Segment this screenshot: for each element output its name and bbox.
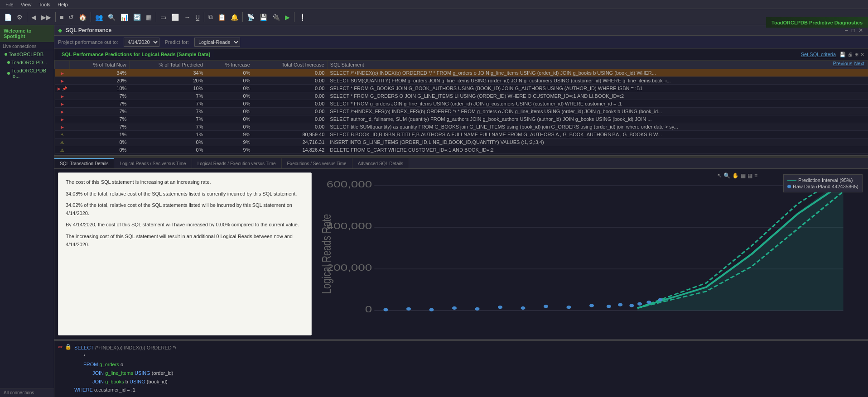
welcome-spotlight[interactable]: Welcome to Spotlight xyxy=(0,25,54,42)
sql-table-orders: g_orders xyxy=(99,362,119,367)
col-pct-now[interactable]: % of Total Now xyxy=(70,61,130,69)
nav-previous[interactable]: Previous xyxy=(833,61,853,66)
menu-file[interactable]: File xyxy=(2,2,17,7)
raw-dot-7 xyxy=(521,306,525,310)
excl-btn[interactable]: ❕ xyxy=(296,12,309,22)
plugin-btn[interactable]: 🔌 xyxy=(270,12,282,22)
disk-btn[interactable]: 💾 xyxy=(257,12,270,22)
search-btn[interactable]: 🔍 xyxy=(106,12,118,22)
row-status-icon: ⚠ xyxy=(60,148,64,153)
row-pct-now: 1% xyxy=(70,131,130,139)
table-row[interactable]: ▶ 7% 7% 0% 0.00 SELECT /*+INDEX_FFS(o) I… xyxy=(55,108,868,115)
row-pct-pred: 7% xyxy=(129,92,206,100)
cursor-btn[interactable]: ↖ xyxy=(717,172,722,179)
raw-dot-3 xyxy=(429,308,434,311)
desc-box: The cost of this SQL statement is increa… xyxy=(58,172,312,335)
close-icon[interactable]: ✕ xyxy=(860,52,864,57)
row-pct-inc: 0% xyxy=(206,123,253,131)
table-row[interactable]: ⚠ 0% 0% 9% 24,716.31 INSERT INTO G_LINE_… xyxy=(55,139,868,146)
nav-next[interactable]: Next xyxy=(854,61,864,66)
table-row[interactable]: ▶ 7% 7% 0% 0.00 SELECT title,SUM(quantit… xyxy=(55,123,868,131)
predict-for-select[interactable]: Logical-Reads Executions CPU xyxy=(194,38,240,47)
raw-dot-16 xyxy=(658,298,662,301)
tab-advanced-sql[interactable]: Advanced SQL Details xyxy=(352,158,409,168)
pan-btn[interactable]: ✋ xyxy=(732,172,739,179)
col-chart-btn[interactable]: ▩ xyxy=(747,172,752,179)
line-chart-btn[interactable]: ≡ xyxy=(754,172,757,179)
chart-btn[interactable]: 📊 xyxy=(118,12,130,22)
sql-table-container[interactable]: % of Total Now % of Total Predicted % In… xyxy=(54,60,868,155)
zoom-btn[interactable]: 🔍 xyxy=(723,172,730,179)
new-btn[interactable]: 📄 xyxy=(2,12,14,22)
connection-toad-orclpd[interactable]: ToadORCLPD... xyxy=(0,58,54,67)
row-pct-now: 7% xyxy=(70,108,130,115)
stop-btn[interactable]: ■ xyxy=(58,12,66,22)
rect-btn[interactable]: ▭ xyxy=(158,12,169,22)
col-sql[interactable]: SQL Statement xyxy=(327,61,868,69)
row-sql-stmt: SELECT SUM(QUANTITY) FROM g_orders JOIN … xyxy=(327,77,868,85)
table-row[interactable]: ▶ 7% 7% 0% 0.00 SELECT * FROM G_ORDERS O… xyxy=(55,92,868,100)
raw-dot-10 xyxy=(589,304,594,307)
connect-btn[interactable]: 🔄 xyxy=(131,12,143,22)
menu-tools[interactable]: Tools xyxy=(35,2,54,7)
table-row[interactable]: ▶ 34% 34% 0% 0.00 SELECT /*+INDEX(o) IND… xyxy=(55,69,868,77)
minimize-btn[interactable]: – xyxy=(844,27,849,33)
grid-btn[interactable]: ▦ xyxy=(144,12,154,22)
print-icon[interactable]: 🖨 xyxy=(848,52,853,57)
copy-btn[interactable]: ⧉ xyxy=(206,12,215,22)
col-cost-inc[interactable]: Total Cost Increase xyxy=(253,61,327,69)
table-row[interactable]: ▶ 7% 7% 0% 0.00 SELECT * FROM g_orders J… xyxy=(55,100,868,108)
refresh-btn[interactable]: ↺ xyxy=(66,12,76,22)
underline-btn[interactable]: U̲ xyxy=(193,12,202,22)
expand-icon[interactable]: ⊞ xyxy=(854,52,858,57)
users-btn[interactable]: 👥 xyxy=(93,12,105,22)
set-sql-criteria[interactable]: Set SQL criteria xyxy=(801,52,836,57)
tab-sql-transaction[interactable]: SQL Transaction Details xyxy=(54,158,114,168)
paste-btn[interactable]: 📋 xyxy=(216,12,228,22)
legend-raw-label: Raw Data (Plan# 442435865) xyxy=(793,184,858,189)
raw-dot-13 xyxy=(629,304,634,307)
table-row[interactable]: ⚠ 1% 1% 9% 80,959.40 SELECT B.BOOK_ID,B.… xyxy=(55,131,868,139)
menu-help[interactable]: Help xyxy=(54,2,72,7)
connection-status-dot-3 xyxy=(7,72,10,75)
table-row[interactable]: ▶ 7% 7% 0% 0.00 SELECT author_id, fullna… xyxy=(55,115,868,123)
home-btn[interactable]: 🏠 xyxy=(77,12,89,22)
sql-edit-icon[interactable]: ✏ xyxy=(58,344,63,350)
tab-logical-reads-sec[interactable]: Logical-Reads / Sec versus Time xyxy=(114,158,192,168)
close-btn[interactable]: ✕ xyxy=(857,27,864,33)
all-connections[interactable]: All connections xyxy=(0,388,54,397)
forward-btn[interactable]: ▶▶ xyxy=(39,12,53,22)
connection-toad-orclpdb[interactable]: ToadORCLPDB xyxy=(0,50,54,58)
play-btn[interactable]: ▶ xyxy=(283,12,292,22)
maximize-btn[interactable]: □ xyxy=(850,27,856,33)
row-pct-pred: 34% xyxy=(129,69,206,77)
alert-btn[interactable]: 🔔 xyxy=(228,12,241,22)
y-axis-label: Logical Reads Rate xyxy=(319,214,333,294)
tab-logical-reads-exec[interactable]: Logical-Reads / Execution versus Time xyxy=(192,158,282,168)
sql-lock-icon[interactable]: 🔒 xyxy=(65,344,72,350)
col-pct-pred[interactable]: % of Total Predicted xyxy=(129,61,206,69)
sql-line-2: * xyxy=(74,352,864,361)
project-date-select[interactable]: 4/14/2020 xyxy=(124,38,159,47)
row-status-icon: ▶ xyxy=(61,117,64,122)
table-row[interactable]: ⚠ 0% 0% 9% 14,826.42 DELETE FROM G_CART … xyxy=(55,146,868,154)
tab-executions-sec[interactable]: Executions / Sec versus Time xyxy=(282,158,352,168)
connection-toad-orclpdb-io[interactable]: ToadORCLPDB Io... xyxy=(0,67,54,80)
col-pct-inc[interactable]: % Increase xyxy=(206,61,253,69)
oval-btn[interactable]: ⬜ xyxy=(169,12,181,22)
open-btn[interactable]: ⚙ xyxy=(14,12,25,22)
arrow-btn[interactable]: → xyxy=(182,12,193,22)
predict-label: Predict for: xyxy=(165,39,189,45)
table-row[interactable]: ▶ 20% 20% 0% 0.00 SELECT SUM(QUANTITY) F… xyxy=(55,77,868,85)
row-cost-inc: 0.00 xyxy=(253,123,327,131)
network-btn[interactable]: 📡 xyxy=(245,12,257,22)
back-btn[interactable]: ◀ xyxy=(29,12,39,22)
menu-view[interactable]: View xyxy=(17,2,35,7)
row-pct-now: 10% xyxy=(70,85,130,92)
sql-performance-panel: ◆ SQL Performance – □ ✕ Previous Next Pr… xyxy=(54,25,868,156)
raw-dot-6 xyxy=(498,306,502,309)
grid-chart-btn[interactable]: ▦ xyxy=(741,172,746,179)
table-row[interactable]: ▶ 📌 10% 10% 0% 0.00 SELECT * FROM G_BOOK… xyxy=(55,85,868,92)
save-icon[interactable]: 💾 xyxy=(839,52,846,57)
col-icon[interactable] xyxy=(55,61,70,69)
